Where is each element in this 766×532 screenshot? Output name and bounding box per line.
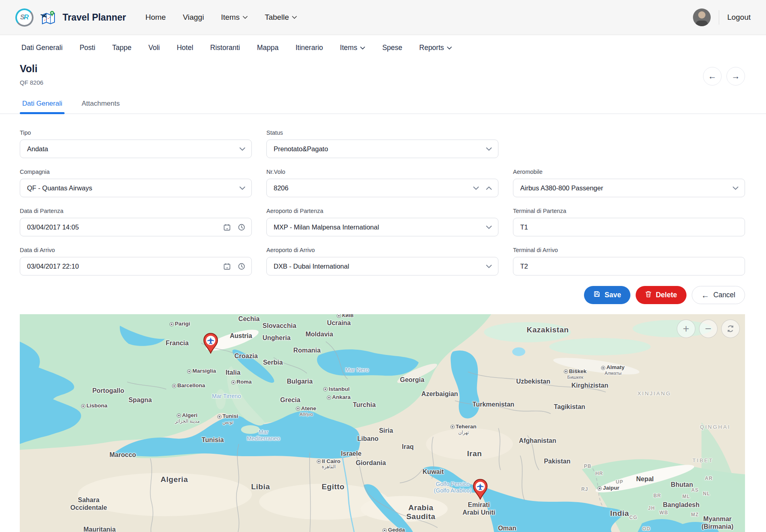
tipo-value[interactable]: [26, 145, 239, 153]
chevron-down-icon[interactable]: [239, 186, 245, 190]
field-aeroporto-arrivo: Aeroporto di Arrivo: [266, 247, 498, 275]
field-terminal-arrivo: Terminal di Arrivo: [513, 247, 745, 275]
chevron-down-icon[interactable]: [486, 147, 492, 151]
subnav-item[interactable]: Hotel: [177, 44, 193, 52]
clock-icon[interactable]: [238, 263, 245, 270]
tab-dati-generali[interactable]: Dati Generali: [20, 96, 65, 113]
nr-volo-stepper[interactable]: [266, 179, 498, 197]
entity-subnav: Dati GeneraliPostiTappeVoliHotelRistoran…: [0, 35, 766, 58]
terminal-arrivo-input[interactable]: [513, 257, 745, 275]
subnav-item[interactable]: Ristoranti: [210, 44, 240, 52]
subnav-item[interactable]: Dati Generali: [21, 44, 63, 52]
subnav-item[interactable]: Reports: [419, 44, 452, 52]
tab-attachments[interactable]: Attachments: [79, 96, 122, 113]
subnav-item[interactable]: Voli: [149, 44, 160, 52]
subnav-item[interactable]: Spese: [382, 44, 402, 52]
page-title: Voli: [20, 63, 43, 75]
chevron-down-icon[interactable]: [486, 265, 492, 268]
travel-planner-icon: [40, 10, 57, 25]
compagnia-label: Compagnia: [20, 169, 252, 175]
chevron-down-icon[interactable]: [239, 147, 245, 151]
chevron-down-icon: [360, 46, 365, 50]
arrow-left-icon: ←: [701, 291, 709, 299]
form-actions: Save Delete ← Cancel: [0, 286, 766, 304]
compagnia-value[interactable]: [26, 184, 239, 192]
data-partenza-input[interactable]: [20, 218, 252, 236]
status-value[interactable]: [273, 145, 486, 153]
chevron-down-icon[interactable]: [733, 186, 739, 190]
chevron-down-icon[interactable]: [486, 225, 492, 229]
data-arrivo-label: Data di Arrivo: [20, 247, 252, 253]
nav-item[interactable]: Tabelle: [265, 13, 297, 22]
user-avatar[interactable]: [693, 8, 711, 26]
chevron-down-icon: [447, 46, 452, 50]
compagnia-select[interactable]: [20, 179, 252, 197]
nav-item[interactable]: Items: [221, 13, 247, 22]
clock-icon[interactable]: [238, 223, 245, 231]
field-aeroporto-partenza: Aeroporto di Partenza: [266, 208, 498, 236]
aeroporto-partenza-value[interactable]: [273, 223, 486, 232]
previous-record-button[interactable]: ←: [703, 67, 722, 86]
departure-flight-marker[interactable]: [203, 333, 219, 355]
data-partenza-label: Data di Partenza: [20, 208, 252, 214]
nav-item[interactable]: Viaggi: [183, 13, 204, 22]
subnav-item[interactable]: Itinerario: [295, 44, 323, 52]
chevron-down-icon: [243, 16, 248, 19]
calendar-icon[interactable]: [223, 263, 231, 270]
reset-view-button[interactable]: [721, 319, 740, 338]
nr-volo-label: Nr.Volo: [266, 169, 498, 175]
arrival-flight-marker[interactable]: [472, 479, 488, 501]
terminal-partenza-value[interactable]: [519, 223, 739, 232]
chevron-down-icon[interactable]: [473, 186, 479, 190]
zoom-in-button[interactable]: +: [677, 319, 695, 338]
next-record-button[interactable]: →: [726, 67, 745, 86]
data-partenza-value[interactable]: [26, 223, 223, 232]
tipo-label: Tipo: [20, 129, 252, 136]
brand: SR Travel Planner: [15, 8, 126, 27]
zoom-out-button[interactable]: −: [699, 319, 718, 338]
aeroporto-arrivo-value[interactable]: [273, 262, 486, 271]
field-aeromobile: Aeromobile: [513, 169, 745, 197]
calendar-icon[interactable]: [223, 223, 231, 231]
aeroporto-partenza-select[interactable]: [266, 218, 498, 236]
subnav-item[interactable]: Posti: [80, 44, 95, 52]
terminal-partenza-input[interactable]: [513, 218, 745, 236]
record-subtitle: QF 8206: [20, 79, 43, 86]
terminal-partenza-label: Terminal di Partenza: [513, 208, 745, 214]
save-button[interactable]: Save: [584, 286, 630, 304]
aeromobile-value[interactable]: [519, 184, 733, 192]
subnav-item[interactable]: Mappa: [257, 44, 279, 52]
nav-divider: [719, 10, 719, 25]
top-navbar: SR Travel Planner HomeViaggiItemsTabelle…: [0, 0, 766, 35]
data-arrivo-input[interactable]: [20, 257, 252, 275]
save-icon: [593, 290, 601, 300]
nr-volo-value[interactable]: [273, 184, 473, 192]
aeromobile-label: Aeromobile: [513, 169, 745, 175]
logout-button[interactable]: Logout: [727, 13, 751, 22]
tipo-select[interactable]: [20, 140, 252, 158]
map-controls: + −: [677, 319, 740, 338]
flight-form: Tipo Status Compagnia Nr.Volo: [0, 129, 766, 275]
terminal-arrivo-value[interactable]: [519, 262, 739, 271]
nav-item[interactable]: Home: [145, 13, 166, 22]
detail-tabs: Dati Generali Attachments: [0, 96, 766, 114]
field-terminal-partenza: Terminal di Partenza: [513, 208, 745, 236]
refresh-icon: [726, 324, 735, 333]
nav-right: Logout: [693, 8, 751, 26]
cancel-button[interactable]: ← Cancel: [692, 286, 745, 304]
chevron-up-icon[interactable]: [486, 186, 492, 190]
delete-button[interactable]: Delete: [636, 286, 686, 304]
aeroporto-arrivo-select[interactable]: [266, 257, 498, 275]
main-nav: HomeViaggiItemsTabelle: [145, 13, 297, 22]
terminal-arrivo-label: Terminal di Arrivo: [513, 247, 745, 253]
chevron-down-icon: [292, 16, 297, 19]
flight-map[interactable]: FranciaCechiaSlovacchiaUcrainaAustriaUng…: [20, 314, 745, 532]
subnav-item[interactable]: Tappe: [112, 44, 132, 52]
field-compagnia: Compagnia: [20, 169, 252, 197]
data-arrivo-value[interactable]: [26, 262, 223, 271]
subnav-item[interactable]: Items: [340, 44, 365, 52]
field-nr-volo: Nr.Volo: [266, 169, 498, 197]
trash-icon: [645, 290, 652, 300]
aeromobile-select[interactable]: [513, 179, 745, 197]
status-select[interactable]: [266, 140, 498, 158]
